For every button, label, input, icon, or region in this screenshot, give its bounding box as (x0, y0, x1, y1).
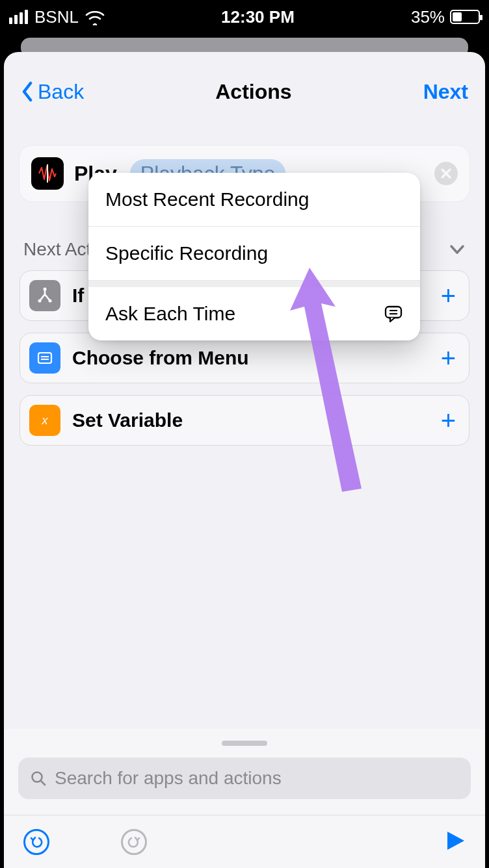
svg-marker-15 (447, 832, 464, 850)
wifi-icon (85, 10, 105, 24)
playback-type-popup: Most Recent Recording Specific Recording… (88, 173, 420, 340)
message-icon (384, 304, 403, 324)
status-time: 12:30 PM (221, 7, 295, 27)
drag-handle[interactable] (222, 741, 267, 746)
chevron-down-icon (449, 241, 466, 258)
status-left: BSNL (9, 7, 105, 27)
chevron-left-icon (21, 81, 34, 102)
popup-option-specific[interactable]: Specific Recording (88, 227, 420, 281)
popup-option-label: Most Recent Recording (105, 188, 309, 211)
content: Play Playback Type Next Action Suggestio… (4, 112, 485, 729)
popup-separator (88, 281, 420, 287)
svg-rect-9 (386, 307, 401, 318)
undo-icon (29, 835, 44, 849)
popup-option-most-recent[interactable]: Most Recent Recording (88, 173, 420, 227)
battery-icon (450, 10, 480, 24)
close-icon (440, 168, 452, 179)
suggestion-label: Set Variable (72, 409, 429, 431)
carrier-label: BSNL (34, 7, 79, 27)
search-box[interactable] (18, 758, 471, 799)
suggestion-set-variable[interactable]: x Set Variable + (20, 395, 469, 446)
add-icon[interactable]: + (441, 406, 456, 435)
back-label: Back (38, 80, 84, 104)
search-icon (30, 770, 47, 787)
add-icon[interactable]: + (441, 281, 456, 311)
status-bar: BSNL 12:30 PM 35% (0, 0, 489, 34)
suggestion-label: Choose from Menu (72, 347, 429, 369)
branch-icon (29, 280, 60, 311)
svg-rect-5 (38, 353, 51, 363)
bottom-panel (4, 729, 485, 868)
voice-memos-icon (31, 157, 64, 190)
add-icon[interactable]: + (441, 344, 456, 373)
status-right: 35% (411, 7, 480, 27)
play-icon (445, 830, 466, 851)
bottom-toolbar (4, 815, 485, 868)
next-button[interactable]: Next (423, 80, 468, 104)
actions-sheet: Back Actions Next Play Playback Type Nex… (4, 52, 485, 868)
page-title: Actions (215, 80, 291, 104)
clear-action-button[interactable] (434, 162, 458, 185)
menu-icon (29, 342, 60, 374)
undo-button[interactable] (23, 829, 49, 855)
popup-option-label: Ask Each Time (105, 303, 235, 325)
svg-point-2 (44, 288, 47, 291)
popup-option-ask-each-time[interactable]: Ask Each Time (88, 287, 420, 340)
svg-point-4 (49, 300, 52, 303)
svg-text:x: x (42, 414, 49, 427)
redo-icon (127, 835, 141, 849)
battery-percent: 35% (411, 7, 445, 27)
redo-button[interactable] (121, 829, 147, 855)
nav-bar: Back Actions Next (4, 52, 485, 112)
popup-option-label: Specific Recording (105, 242, 268, 264)
variable-icon: x (29, 405, 60, 436)
back-button[interactable]: Back (21, 80, 84, 104)
svg-point-3 (38, 300, 42, 303)
svg-line-14 (41, 781, 45, 785)
search-input[interactable] (55, 768, 459, 789)
run-button[interactable] (445, 830, 466, 854)
signal-icon (9, 10, 28, 24)
